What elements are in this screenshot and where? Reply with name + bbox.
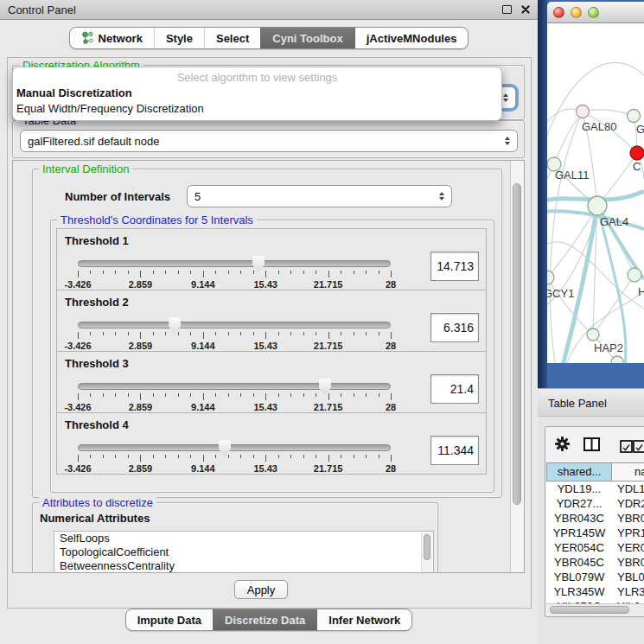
tab-jactivemnodules[interactable]: jActiveMNodules [354, 28, 469, 48]
table-row[interactable]: YBR045CYBR0 [546, 555, 644, 570]
apply-button[interactable]: Apply [234, 580, 288, 599]
threshold-slider[interactable]: -3.4262.8599.14415.4321.71528 [78, 260, 391, 290]
tick-mark [328, 271, 329, 277]
table-row[interactable]: YDL19...YDL1 [546, 481, 644, 496]
attribute-list-item[interactable]: SelfLoops [54, 532, 433, 545]
tab-discretize-data[interactable]: Discretize Data [213, 609, 316, 630]
tab-label: Impute Data [137, 614, 201, 627]
column-header-shared-name[interactable]: shared... [546, 462, 612, 481]
tab-impute-data[interactable]: Impute Data [126, 609, 213, 630]
slider-track[interactable] [78, 322, 391, 328]
threshold-slider[interactable]: -3.4262.8599.14415.4321.71528 [78, 383, 391, 412]
scrollbar-thumb[interactable] [550, 606, 629, 614]
group-title: Attributes to discretize [39, 496, 156, 509]
tick-mark [240, 332, 241, 335]
tick-mark [165, 332, 166, 335]
zoom-traffic-light-icon[interactable] [588, 7, 599, 18]
tab-network[interactable]: Network [70, 28, 154, 48]
threshold-slider[interactable]: -3.4262.8599.14415.4321.71528 [78, 322, 391, 351]
tick-mark [316, 332, 316, 335]
tick-mark [165, 393, 166, 397]
close-traffic-light-icon[interactable] [553, 7, 564, 18]
tick-mark [290, 271, 291, 274]
tick-mark [354, 271, 354, 274]
tick-mark [391, 332, 392, 339]
attribute-list-item[interactable]: TopologicalCoefficient [54, 545, 433, 559]
network-node[interactable] [630, 146, 644, 160]
vertical-scrollbar[interactable] [510, 161, 524, 572]
scrollbar-thumb[interactable] [513, 183, 521, 505]
tab-label: Select [216, 32, 249, 45]
tick-mark [153, 271, 154, 274]
split-columns-icon[interactable] [583, 437, 600, 454]
number-of-intervals-combobox[interactable]: 5 [187, 185, 452, 207]
tick-label: -3.426 [64, 279, 91, 290]
slider-track[interactable] [78, 383, 391, 390]
cyni-toolbox-content: Discretization Algorithm Table Data galF… [7, 57, 532, 609]
slider-track[interactable] [78, 260, 391, 267]
panel-title: Control Panel [8, 3, 76, 16]
table-row[interactable]: YLR345WYLR3 [546, 584, 644, 599]
table-row[interactable]: YBL079WYBL0 [546, 570, 644, 584]
tick-mark [128, 393, 129, 397]
checked-box-icon[interactable] [620, 440, 633, 453]
network-node[interactable] [628, 268, 641, 282]
network-node-label: GCY1 [547, 287, 574, 300]
network-node[interactable] [588, 196, 607, 215]
horizontal-scrollbar[interactable] [546, 603, 644, 615]
tab-style[interactable]: Style [154, 28, 204, 48]
threshold-value-field[interactable]: 21.4 [430, 374, 479, 404]
table-row[interactable]: YBR043CYBR0 [546, 511, 644, 526]
algorithm-option[interactable]: Manual Discretization [13, 86, 501, 101]
tab-infer-network[interactable]: Infer Network [316, 609, 411, 630]
threshold-value-field[interactable]: 6.316 [430, 313, 479, 342]
network-node-label: GAL4 [600, 215, 628, 228]
table-row[interactable]: YER054CYER0 [546, 540, 644, 555]
tick-mark [278, 332, 279, 335]
network-node[interactable] [577, 105, 590, 118]
threshold-row: Threshold 4-3.4262.8599.14415.4321.71528… [56, 412, 487, 475]
network-node[interactable] [628, 110, 641, 123]
tab-cyni-toolbox[interactable]: Cyni Toolbox [260, 28, 354, 48]
tick-mark [341, 393, 341, 397]
window-controls [502, 5, 530, 14]
slider-track[interactable] [78, 444, 391, 451]
tab-select[interactable]: Select [204, 28, 260, 48]
network-canvas[interactable]: GAL80GACGAL11GAL4GCY1HHAP2 [547, 23, 644, 363]
combo-value: 5 [194, 190, 201, 203]
threshold-slider[interactable]: -3.4262.8599.14415.4321.71528 [78, 444, 391, 474]
tick-label: 9.144 [191, 279, 215, 290]
threshold-value-field[interactable]: 14.713 [430, 252, 479, 281]
tick-label: 15.43 [253, 279, 277, 290]
attribute-list-item[interactable]: BetweennessCentrality [54, 559, 433, 573]
table-row[interactable]: YDR27...YDR2 [546, 496, 644, 511]
table-data-combobox[interactable]: galFiltered.sif default node [20, 130, 518, 152]
float-window-icon[interactable] [502, 5, 512, 14]
tick-mark [128, 271, 129, 274]
scrollbar-thumb[interactable] [424, 534, 430, 560]
algorithm-option[interactable]: Equal Width/Frequency Discretization [13, 101, 501, 117]
gear-icon[interactable] [555, 437, 570, 454]
checked-box-icon[interactable] [633, 440, 644, 453]
network-node[interactable] [547, 271, 554, 284]
table-row[interactable]: YPR145WYPR1 [546, 526, 644, 540]
top-tabbar: NetworkStyleSelectCyni ToolboxjActiveMNo… [69, 27, 469, 49]
tick-mark [253, 271, 254, 274]
numerical-attributes-list[interactable]: SelfLoopsTopologicalCoefficientBetweenne… [54, 531, 434, 573]
close-icon[interactable] [521, 5, 530, 14]
minimize-traffic-light-icon[interactable] [571, 7, 582, 18]
tick-mark [391, 455, 392, 462]
tick-mark [78, 393, 79, 400]
tick-mark [140, 271, 141, 277]
network-node[interactable] [611, 356, 623, 363]
tick-label: -3.426 [64, 341, 91, 351]
tick-label: 9.144 [191, 402, 215, 412]
tick-mark [178, 455, 179, 458]
tick-mark [115, 332, 116, 335]
column-header-name[interactable]: na [612, 462, 644, 481]
threshold-value-field[interactable]: 11.344 [430, 436, 479, 465]
tick-mark [379, 455, 379, 458]
list-scrollbar[interactable] [421, 532, 432, 572]
network-node[interactable] [587, 328, 599, 341]
tick-mark [228, 455, 229, 458]
